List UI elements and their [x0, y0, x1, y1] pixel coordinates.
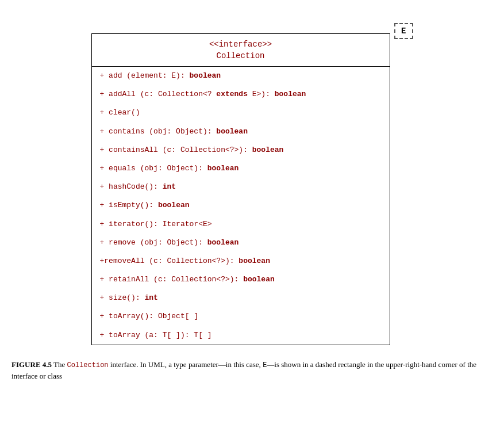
uml-method: + iterator(): Iterator<E>: [92, 215, 390, 234]
uml-method: + containsAll (c: Collection<?>): boolea…: [92, 141, 390, 159]
uml-method: + hashCode(): int: [92, 178, 390, 196]
uml-method: + toArray(): Object[ ]: [92, 307, 390, 326]
uml-method: + add (element: E): boolean: [92, 67, 390, 85]
figure-label: FIGURE 4.5: [11, 360, 52, 369]
class-name-label: Collection: [97, 51, 385, 60]
uml-method: + contains (obj: Object): boolean: [92, 123, 390, 141]
uml-method: + size(): int: [92, 289, 390, 307]
diagram-container: E <<interface>> Collection + add (elemen…: [91, 23, 413, 345]
caption-code1: Collection: [67, 361, 109, 369]
uml-method: + toArray (a: T[ ]): T[ ]: [92, 326, 390, 345]
caption-text1: The: [52, 360, 67, 369]
figure-caption: FIGURE 4.5 The Collection interface. In …: [11, 359, 493, 382]
uml-header: <<interface>> Collection: [92, 34, 390, 67]
uml-method: +removeAll (c: Collection<?>): boolean: [92, 252, 390, 270]
uml-method: + addAll (c: Collection<? extends E>): b…: [92, 85, 390, 104]
uml-method: + remove (obj: Object): boolean: [92, 234, 390, 252]
type-param-box: E: [394, 23, 413, 39]
uml-method: + clear(): [92, 104, 390, 122]
uml-method: + isEmpty(): boolean: [92, 196, 390, 215]
type-param-label: E: [401, 26, 406, 36]
caption-text2: interface. In UML, a type parameter—in t…: [109, 360, 263, 369]
uml-methods: + add (element: E): boolean+ addAll (c: …: [92, 67, 390, 345]
page-content: E <<interface>> Collection + add (elemen…: [11, 12, 493, 381]
uml-method: + equals (obj: Object): boolean: [92, 159, 390, 178]
stereotype-label: <<interface>>: [97, 40, 385, 49]
uml-class-box: <<interface>> Collection + add (element:…: [91, 33, 390, 345]
uml-method: + retainAll (c: Collection<?>): boolean: [92, 270, 390, 289]
